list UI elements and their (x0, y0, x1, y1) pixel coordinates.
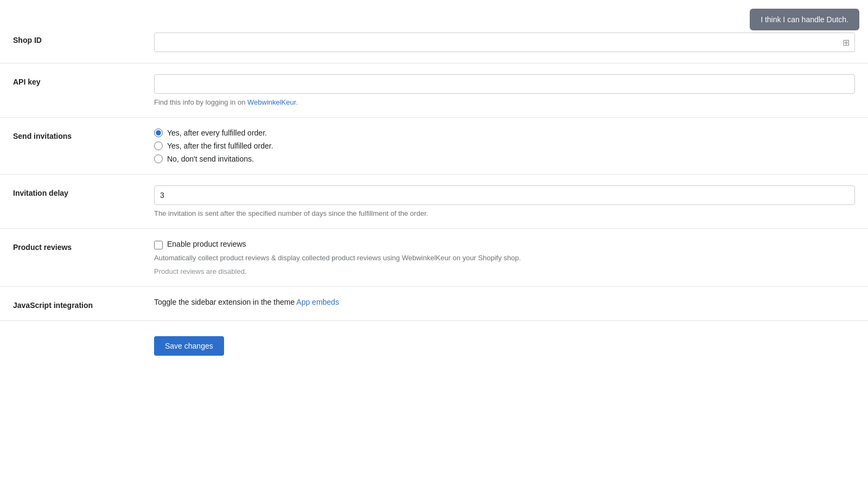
shop-id-field: ⊞ (154, 33, 855, 52)
api-key-row: API key Find this info by logging in on … (0, 63, 868, 118)
product-reviews-checkbox-label: Enable product reviews (167, 240, 246, 248)
javascript-integration-row: JavaScript integration Toggle the sideba… (0, 287, 868, 321)
product-reviews-checkbox-row: Enable product reviews (154, 240, 855, 249)
api-key-help-prefix: Find this info by logging in on (154, 98, 247, 106)
api-key-input[interactable] (154, 74, 855, 94)
send-invitations-row: Send invitations Yes, after every fulfil… (0, 118, 868, 175)
radio-first[interactable] (154, 142, 163, 150)
send-invitations-label: Send invitations (13, 129, 154, 140)
invitation-delay-field: The invitation is sent after the specifi… (154, 185, 855, 217)
javascript-integration-label: JavaScript integration (13, 298, 154, 310)
radio-no[interactable] (154, 155, 163, 163)
api-key-help-text: Find this info by logging in on Webwinke… (154, 98, 855, 106)
shop-id-input[interactable] (154, 33, 855, 52)
invitation-delay-input[interactable] (154, 185, 855, 205)
invitation-delay-label: Invitation delay (13, 185, 154, 197)
main-content: Shop ID ⊞ API key Find this info by logg… (0, 0, 868, 388)
send-invitations-radio-group: Yes, after every fulfilled order. Yes, a… (154, 129, 855, 163)
radio-every[interactable] (154, 129, 163, 137)
product-reviews-field: Enable product reviews Automatically col… (154, 240, 855, 275)
radio-first-label[interactable]: Yes, after the first fulfilled order. (154, 142, 855, 150)
api-key-field: Find this info by logging in on Webwinke… (154, 74, 855, 106)
save-row-inner: Save changes (154, 332, 224, 356)
api-key-help-suffix: . (296, 98, 298, 106)
product-reviews-description: Automatically collect product reviews & … (154, 254, 855, 262)
app-embeds-link[interactable]: App embeds (296, 298, 339, 306)
shop-id-input-wrapper: ⊞ (154, 33, 855, 52)
save-button[interactable]: Save changes (154, 336, 224, 356)
product-reviews-row: Product reviews Enable product reviews A… (0, 229, 868, 287)
javascript-integration-field: Toggle the sidebar extension in the them… (154, 298, 855, 306)
toast-banner: I think I can handle Dutch. (750, 9, 859, 30)
radio-no-text: No, don't send invitations. (167, 155, 254, 163)
invitation-delay-row: Invitation delay The invitation is sent … (0, 175, 868, 229)
webwinkelkeur-link[interactable]: WebwinkelKeur (247, 98, 296, 106)
radio-first-text: Yes, after the first fulfilled order. (167, 142, 273, 150)
shop-id-label: Shop ID (13, 33, 154, 44)
invitation-delay-description: The invitation is sent after the specifi… (154, 209, 855, 217)
send-invitations-field: Yes, after every fulfilled order. Yes, a… (154, 129, 855, 163)
toast-message: I think I can handle Dutch. (761, 15, 848, 24)
product-reviews-disabled-text: Product reviews are disabled. (154, 267, 855, 275)
api-key-label: API key (13, 74, 154, 86)
radio-every-label[interactable]: Yes, after every fulfilled order. (154, 129, 855, 137)
js-integration-prefix: Toggle the sidebar extension in the them… (154, 298, 296, 306)
radio-every-text: Yes, after every fulfilled order. (167, 129, 267, 137)
product-reviews-checkbox[interactable] (154, 241, 163, 249)
save-row: Save changes (0, 321, 868, 367)
js-integration-text: Toggle the sidebar extension in the them… (154, 298, 855, 306)
product-reviews-label: Product reviews (13, 240, 154, 252)
shop-id-row: Shop ID ⊞ (0, 22, 868, 63)
radio-no-label[interactable]: No, don't send invitations. (154, 155, 855, 163)
